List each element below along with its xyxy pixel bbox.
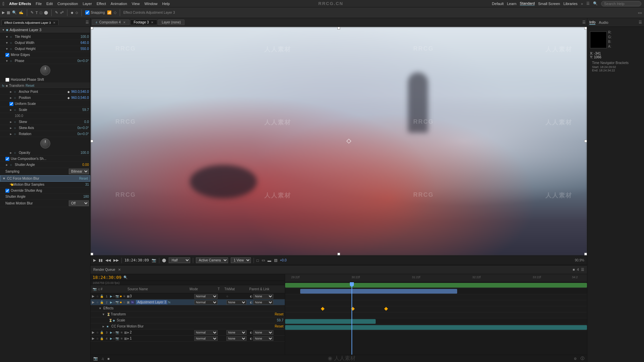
transform-reset[interactable]: Reset xyxy=(25,84,34,87)
tab-close-comp4[interactable]: ✕ xyxy=(123,21,126,24)
toolbar-clone[interactable]: ☍ xyxy=(60,10,64,15)
layer4-trkmat-select[interactable]: None xyxy=(226,336,247,341)
preview-grid-btn[interactable]: □ xyxy=(257,258,259,262)
workspace-small[interactable]: Small Screen xyxy=(538,2,560,6)
menu-edit[interactable]: Edit xyxy=(46,2,53,6)
cc-fmb-sub-reset[interactable]: Reset xyxy=(275,324,283,328)
timeline-ruler[interactable]: 29:22f 30:22f 31:22f 32:22f 33:22f 34:2 xyxy=(285,274,587,282)
transform-expand-icon[interactable]: ▼ xyxy=(102,313,107,316)
track-row-4[interactable] xyxy=(285,324,587,330)
layer2-parent-select[interactable]: None xyxy=(253,300,273,305)
menu-file[interactable]: File xyxy=(36,2,42,6)
rotation-knob[interactable] xyxy=(40,138,50,148)
menu-view[interactable]: View xyxy=(132,2,140,6)
layer1-av4[interactable]: ■ xyxy=(120,295,121,298)
handle-bottom-mid[interactable] xyxy=(337,253,340,255)
layer2-solo-icon[interactable]: ○ xyxy=(97,301,100,304)
playhead[interactable] xyxy=(352,282,352,355)
layer1-av3[interactable]: 📷 xyxy=(115,295,119,298)
track-row-2[interactable] xyxy=(285,288,587,294)
toolbar-brush[interactable]: ✎ xyxy=(55,10,58,15)
cc-fmb-expand-icon[interactable]: ► xyxy=(102,325,107,328)
tl-timecode[interactable]: 18:24:30:09 xyxy=(93,275,121,280)
cc-fmb-toggle[interactable]: ▼ xyxy=(2,177,6,180)
tl-icon1[interactable]: ■ xyxy=(573,267,575,272)
handle-top-left[interactable] xyxy=(91,27,93,29)
status-settings-icon[interactable]: ⛭ xyxy=(574,357,577,361)
preview-views-count[interactable]: 1 View xyxy=(231,257,251,263)
layer3-mode-select[interactable]: Normal xyxy=(194,330,218,335)
opacity-value[interactable]: 100.0 xyxy=(80,151,89,155)
workspace-default[interactable]: Default xyxy=(492,2,504,6)
toolbar-select[interactable]: ▦ xyxy=(7,10,10,15)
opacity-toggle[interactable]: ► xyxy=(9,151,14,155)
uniform-scale-checkbox[interactable] xyxy=(9,102,13,106)
output-height-value[interactable]: 550.0 xyxy=(80,47,89,51)
layer3-expand-icon[interactable]: ► xyxy=(127,331,130,334)
layer2-av3[interactable]: 📷 xyxy=(115,301,119,304)
layer3-parent-select[interactable]: None xyxy=(253,330,273,335)
rotation-toggle[interactable]: ► xyxy=(9,132,14,136)
workspace-libraries[interactable]: Libraries xyxy=(564,2,578,6)
shutter-angle-value[interactable]: 0.00 xyxy=(83,163,89,167)
toolbar-hand[interactable]: ✍ xyxy=(19,10,23,15)
motion-blur-samples-value[interactable]: 31 xyxy=(85,183,89,186)
output-width-value[interactable]: 640.0 xyxy=(80,41,89,45)
tab-close-ec[interactable]: ✕ xyxy=(53,21,56,24)
layer3-lock-icon[interactable]: 🔓 xyxy=(100,331,103,334)
snapping-label[interactable]: Snapping xyxy=(85,10,105,15)
handle-bottom-right[interactable] xyxy=(584,253,587,255)
toolbar-puppet2[interactable]: ◇ xyxy=(75,11,78,14)
workspace-standard[interactable]: Standard xyxy=(520,1,535,6)
handle-mid-right[interactable] xyxy=(584,140,587,142)
scale-toggle[interactable]: ► xyxy=(9,108,14,112)
phase-toggle[interactable]: ▼ xyxy=(5,59,10,63)
tab-footage3[interactable]: Footage 3 ✕ xyxy=(130,19,158,25)
tl-search-icon[interactable]: 🔍 xyxy=(123,276,127,279)
preview-overdraw-btn[interactable]: ▬ xyxy=(268,258,271,262)
right-panel-menu[interactable]: ☰ xyxy=(639,20,642,24)
workspace-learn[interactable]: Learn xyxy=(507,2,516,6)
layer3-vis-icon[interactable]: ▶ xyxy=(92,330,97,334)
layer2-av5[interactable]: ◾ xyxy=(122,301,126,304)
status-icon-3[interactable]: ■ xyxy=(107,357,110,361)
phase-knob[interactable] xyxy=(40,65,50,75)
comp-tabs-menu[interactable]: ☰ xyxy=(582,20,586,24)
toolbar-shape[interactable]: □ xyxy=(40,11,42,15)
layer4-parent-select[interactable]: None xyxy=(253,336,273,341)
layer3-av4[interactable]: ◾ xyxy=(120,331,123,334)
preview-view-select[interactable]: Active Camera xyxy=(196,257,228,263)
tab-layer-none[interactable]: Layer (none) xyxy=(158,19,184,25)
menu-composition[interactable]: Composition xyxy=(57,2,78,6)
preview-frame-back[interactable]: ◀◀ xyxy=(105,258,111,262)
handle-mid-left[interactable] xyxy=(91,140,93,142)
keyframe-3[interactable] xyxy=(384,307,388,310)
status-icon-1[interactable]: 📷 xyxy=(93,356,98,361)
layer2-av4[interactable]: ■ xyxy=(120,301,121,304)
layer1-solo-icon[interactable]: ○ xyxy=(97,295,100,298)
layer2-vis-icon[interactable]: ▶ xyxy=(92,300,97,304)
layer-row-2[interactable]: ▶ ○ 🔓 2 ▶ ○ 📷 ■ ◾ ▦ xyxy=(91,299,285,305)
output-width-toggle[interactable]: ▼ xyxy=(5,41,10,45)
panel-menu-icon[interactable]: ☰ xyxy=(86,20,89,24)
skew-value[interactable]: 0.0 xyxy=(84,120,89,124)
toolbar-puppet[interactable]: ◆ xyxy=(71,11,73,14)
rq-close[interactable]: ✕ xyxy=(118,268,121,272)
layer4-expand-icon[interactable]: ► xyxy=(127,337,130,340)
override-shutter-checkbox[interactable] xyxy=(5,189,9,193)
toolbar-pen[interactable]: ✎ xyxy=(31,10,34,15)
layer4-av2[interactable]: ○ xyxy=(113,337,115,340)
search-input[interactable] xyxy=(601,1,641,6)
layer1-parent-select[interactable]: None xyxy=(253,294,273,299)
scale-value[interactable]: 59.7 xyxy=(83,108,89,112)
track-row-1[interactable] xyxy=(285,282,587,288)
tab-audio[interactable]: Audio xyxy=(599,20,608,24)
menu-effect[interactable]: Effect xyxy=(97,2,106,6)
layer3-trkmat-select[interactable]: None xyxy=(226,330,247,335)
toolbar-3d[interactable]: ◇ xyxy=(114,10,116,15)
layer-row-3[interactable]: ▶ ○ 🔓 3 ▶ ○ 📷 ◾ ▦ xyxy=(91,329,285,336)
skew-axis-toggle[interactable]: ► xyxy=(9,126,14,130)
preview-resolution-btn[interactable]: ⬤ xyxy=(162,258,166,262)
apple-icon[interactable]:  xyxy=(3,1,4,6)
tab-info[interactable]: Info xyxy=(589,20,595,25)
